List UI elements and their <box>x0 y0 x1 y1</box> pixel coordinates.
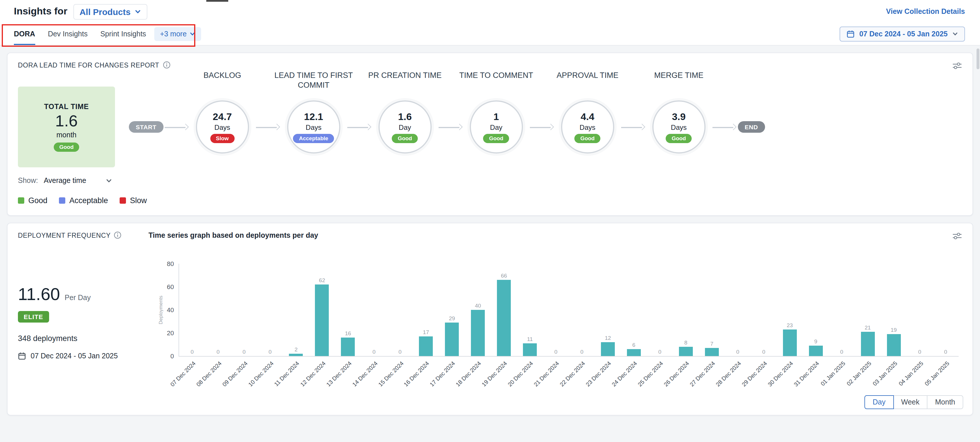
bar-slot: 025 Dec 2024 <box>647 264 673 356</box>
x-axis-label: 05 Jan 2025 <box>923 360 950 387</box>
bar-value-label: 0 <box>191 349 194 355</box>
legend-swatch <box>18 197 24 204</box>
deployment-bar <box>887 334 900 356</box>
bar-slot: 624 Dec 2024 <box>621 264 647 356</box>
stage-circle: 3.9DaysGood <box>652 100 705 154</box>
deployment-date-range-value: 07 Dec 2024 - 05 Jan 2025 <box>30 352 118 360</box>
x-axis-label: 17 Dec 2024 <box>429 360 457 388</box>
info-icon[interactable] <box>163 61 170 69</box>
deployment-bar <box>445 323 459 356</box>
x-axis-label: 26 Dec 2024 <box>663 360 690 388</box>
bar-value-label: 40 <box>475 303 481 309</box>
lead-time-flow: TOTAL TIME 1.6 month Good START BACKLOG2… <box>18 87 962 167</box>
settings-sliders-icon[interactable] <box>952 61 962 70</box>
deployment-bar <box>601 342 615 356</box>
bar-value-label: 17 <box>423 329 429 335</box>
flow-arrow <box>528 120 555 133</box>
header-left: Insights for All Products <box>14 4 147 19</box>
bar-slot: 6619 Dec 2024 <box>491 264 517 356</box>
info-icon[interactable] <box>114 231 122 239</box>
bar-slot: 007 Dec 2024 <box>179 264 205 356</box>
bar-slot: 826 Dec 2024 <box>673 264 699 356</box>
deployment-chart: Deployments 020406080007 Dec 2024008 Dec… <box>148 246 962 407</box>
bar-value-label: 7 <box>710 341 713 347</box>
chart-subtitle: Time series graph based on deployments p… <box>148 231 952 239</box>
bar-slot: 2102 Jan 2025 <box>854 264 881 356</box>
vertical-scrollbar[interactable] <box>977 49 979 69</box>
stage-unit: Day <box>490 123 503 131</box>
product-selector-value: All Products <box>80 6 130 16</box>
bar-value-label: 62 <box>319 277 325 283</box>
lead-time-card-header: DORA LEAD TIME FOR CHANGES REPORT <box>18 61 962 70</box>
legend-item: Acceptable <box>59 196 108 205</box>
bar-slot: 4018 Dec 2024 <box>465 264 491 356</box>
bar-value-label: 12 <box>605 335 611 341</box>
stage-circle: 12.1DaysAcceptable <box>287 100 340 154</box>
bar-value-label: 0 <box>944 349 947 355</box>
x-axis-label: 20 Dec 2024 <box>507 360 535 388</box>
deployment-card-body: 11.60 Per Day ELITE 348 deployments 07 D… <box>18 246 962 407</box>
granularity-day[interactable]: Day <box>865 395 894 409</box>
more-tabs-button[interactable]: +3 more <box>154 27 201 41</box>
granularity-week[interactable]: Week <box>893 395 928 409</box>
stage-lead-time-to-first-commit: LEAD TIME TO FIRST COMMIT12.1DaysAccepta… <box>281 100 346 154</box>
x-axis-label: 19 Dec 2024 <box>481 360 509 388</box>
bar-slot: 014 Dec 2024 <box>361 264 387 356</box>
granularity-month[interactable]: Month <box>927 395 964 409</box>
total-rating-badge: Good <box>53 142 80 152</box>
product-selector-dropdown[interactable]: All Products <box>73 4 147 19</box>
stage-time-to-comment: TIME TO COMMENT1DayGood <box>464 100 528 154</box>
bar-slot: 004 Jan 2025 <box>907 264 932 356</box>
y-axis-tick: 40 <box>167 306 174 313</box>
tab-bar-left: DORADev InsightsSprint Insights +3 more <box>14 23 201 45</box>
stage-approval-time: APPROVAL TIME4.4DaysGood <box>555 100 620 154</box>
stage-value: 12.1 <box>304 111 323 123</box>
stage-label: MERGE TIME <box>635 70 722 80</box>
calendar-icon <box>18 352 26 360</box>
stage-pr-creation-time: PR CREATION TIME1.6DayGood <box>372 100 437 154</box>
tab-sprint-insights[interactable]: Sprint Insights <box>100 23 146 45</box>
bar-slot: 015 Dec 2024 <box>387 264 413 356</box>
stage-unit: Days <box>215 123 230 131</box>
bar-slot: 2917 Dec 2024 <box>439 264 465 356</box>
deployment-bar <box>523 343 537 356</box>
stage-circle: 1.6DayGood <box>378 100 431 154</box>
y-axis-tick: 20 <box>167 330 174 336</box>
tab-dora[interactable]: DORA <box>14 23 35 45</box>
stage-value: 1.6 <box>398 111 412 123</box>
x-axis-label: 11 Dec 2024 <box>273 360 301 388</box>
stage-circle: 1DayGood <box>469 100 523 154</box>
rating-legend: GoodAcceptableSlow <box>18 196 962 205</box>
stage-circle: 24.7DaysSlow <box>196 100 249 154</box>
stage-circle: 4.4DaysGood <box>561 100 614 154</box>
deployment-rate: 11.60 Per Day <box>18 285 148 304</box>
bar-value-label: 23 <box>787 322 793 328</box>
stage-value: 1 <box>493 111 499 123</box>
calendar-icon <box>846 30 854 38</box>
show-metric-dropdown[interactable]: Show: Average time <box>18 177 112 185</box>
bar-slot: 1223 Dec 2024 <box>595 264 621 356</box>
date-range-picker[interactable]: 07 Dec 2024 - 05 Jan 2025 <box>840 27 965 41</box>
bar-slot: 6212 Dec 2024 <box>309 264 335 356</box>
stage-merge-time: MERGE TIME3.9DaysGood <box>646 100 711 154</box>
x-axis-label: 16 Dec 2024 <box>403 360 431 388</box>
tab-dev-insights[interactable]: Dev Insights <box>48 23 88 45</box>
x-axis-label: 29 Dec 2024 <box>740 360 768 388</box>
bar-slot: 931 Dec 2024 <box>803 264 829 356</box>
stage-value: 4.4 <box>581 111 594 123</box>
tab-bar: DORADev InsightsSprint Insights +3 more … <box>0 23 980 46</box>
deployment-bar <box>471 310 485 356</box>
stage-rating-badge: Good <box>484 133 509 143</box>
settings-sliders-icon[interactable] <box>952 231 962 241</box>
legend-swatch <box>59 197 65 204</box>
total-time-unit: month <box>56 131 76 139</box>
bar-value-label: 16 <box>345 330 351 336</box>
x-axis-label: 02 Jan 2025 <box>845 360 872 387</box>
x-axis-label: 08 Dec 2024 <box>195 360 223 388</box>
flow-stages: BACKLOG24.7DaysSlowLEAD TIME TO FIRST CO… <box>163 100 738 154</box>
bar-value-label: 0 <box>398 349 402 355</box>
bar-value-label: 19 <box>891 326 897 333</box>
view-collection-details-link[interactable]: View Collection Details <box>886 8 965 16</box>
chevron-down-icon <box>106 177 112 184</box>
x-axis-label: 24 Dec 2024 <box>611 360 638 388</box>
